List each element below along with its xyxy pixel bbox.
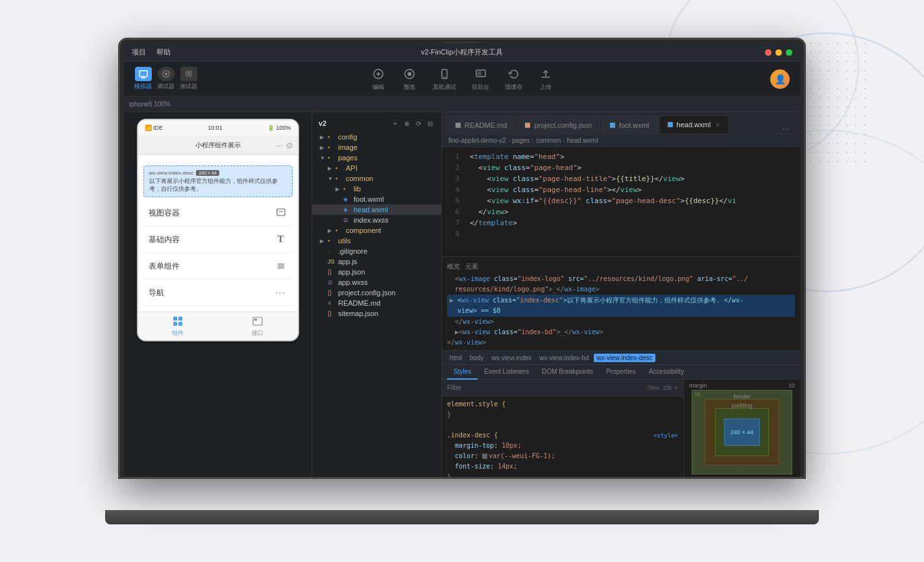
tree-collapse[interactable]: ⊟ [426, 119, 435, 128]
elem-tag-wx-view-index[interactable]: wx-view.index [489, 354, 535, 362]
tree-item-foot-wxml[interactable]: ◈ foot.wxml [312, 194, 441, 204]
elem-tag-body[interactable]: body [467, 354, 487, 362]
filter-add[interactable]: + [674, 384, 678, 391]
tab-foot-wxml[interactable]: foot.wxml [602, 116, 657, 134]
phone-section-views-icon [274, 206, 287, 219]
user-avatar[interactable]: 👤 [770, 69, 790, 89]
phone-nav-api[interactable]: 接口 [250, 315, 265, 337]
tree-item-pages[interactable]: ▼ ▪ pages [312, 153, 441, 163]
devtools-html-view[interactable]: 概览 元素 <wx-image class="index-logo" src="… [442, 257, 800, 351]
box-content-val: 240 × 44 [731, 429, 753, 435]
tree-header: v2 + ⊕ ⟳ ⊟ [312, 115, 441, 132]
foot-wxml-tab-icon [610, 123, 615, 128]
tab-dom-breakpoints[interactable]: DOM Breakpoints [535, 365, 600, 380]
foot-wxml-tab-label: foot.wxml [619, 121, 649, 129]
simulator-icon [135, 67, 152, 81]
toolbar: 模拟器 调试器 测试器 [124, 62, 800, 97]
html-line-3[interactable]: ▶ <wx-view class="index-desc">以下将展示小程序官方… [447, 295, 795, 317]
tab-readme[interactable]: README.md [447, 116, 515, 134]
svg-point-7 [407, 72, 411, 76]
clear-cache-button[interactable]: 清缓存 [505, 66, 522, 92]
style-index-desc-block: .index-desc { <style> margin-top: 10px; … [447, 430, 678, 477]
code-area[interactable]: 1 2 3 4 5 6 7 8 <templ [442, 147, 800, 256]
code-line-8 [470, 228, 795, 239]
readme-tab-label: README.md [465, 121, 507, 129]
device-bar: iphone6 100% [124, 97, 800, 112]
tester-button[interactable]: 测试器 [180, 67, 197, 91]
styles-content[interactable]: element.style { } .index-desc { <style> [442, 397, 683, 477]
editor-devtools-split: 1 2 3 4 5 6 7 8 <templ [442, 147, 800, 477]
upload-label: 上传 [540, 83, 552, 92]
styles-filter-input[interactable] [447, 384, 647, 391]
simulator-button[interactable]: 模拟器 [134, 67, 152, 91]
devtools-element-tags: html body wx-view.index wx-view.index-hd… [442, 351, 800, 365]
elem-tag-html[interactable]: html [447, 354, 465, 362]
background-icon [473, 66, 489, 82]
menu-help[interactable]: 帮助 [156, 47, 171, 57]
code-content[interactable]: <template name="head"> <view class="page… [465, 147, 800, 256]
window-min-button[interactable] [775, 49, 782, 56]
edit-button[interactable]: 编辑 [371, 66, 386, 92]
window-max-button[interactable] [786, 49, 792, 56]
head-wxml-tab-close[interactable]: × [714, 121, 721, 128]
filter-hover[interactable]: :hov [647, 384, 659, 391]
upload-button[interactable]: 上传 [538, 66, 553, 92]
tree-item-app-json[interactable]: {} app.json [312, 267, 441, 277]
tab-head-wxml[interactable]: head.wxml × [659, 116, 729, 134]
tree-item-lib[interactable]: ▶ ▪ lib [312, 184, 441, 194]
tree-item-utils[interactable]: ▶ ▪ utils [312, 236, 441, 246]
device-info: iphone6 100% [129, 101, 171, 108]
box-margin-label: margin [689, 382, 707, 389]
preview-button[interactable]: 预览 [402, 66, 417, 92]
tab-styles[interactable]: Styles [447, 365, 478, 380]
svg-rect-21 [253, 317, 262, 325]
tab-accessibility[interactable]: Accessibility [642, 365, 690, 380]
tree-item-index-wxss[interactable]: ⊙ index.wxss [312, 215, 441, 225]
html-header-overview[interactable]: 概览 [447, 262, 460, 271]
tree-refresh[interactable]: ⟳ [414, 119, 423, 128]
phone-section-basic: 基础内容 T [143, 226, 293, 253]
styles-panel: :hov .cls + element.style { [442, 380, 683, 477]
tabs-more-button[interactable]: ··· [777, 123, 795, 134]
tree-item-app-js[interactable]: JS app.js [312, 256, 441, 267]
tree-item-component[interactable]: ▶ ▪ component [312, 225, 441, 236]
tab-event-listeners[interactable]: Event Listeners [478, 365, 535, 380]
tree-new-file[interactable]: + [391, 119, 400, 128]
tree-item-API[interactable]: ▶ ▪ API [312, 163, 441, 173]
window-close-button[interactable] [765, 49, 772, 56]
elem-tag-wx-view-desc[interactable]: wx-view.index-desc [594, 354, 655, 362]
tab-project-config[interactable]: project.config.json [517, 116, 600, 134]
readme-tab-icon [456, 123, 461, 128]
box-model-diagram: border - padding - [692, 390, 792, 474]
debugger-button[interactable]: 调试器 [157, 67, 175, 91]
tree-item-README-md[interactable]: ≡ README.md [312, 298, 441, 308]
menu-project[interactable]: 项目 [132, 47, 146, 57]
styles-filter-bar: :hov .cls + [442, 380, 683, 397]
svg-rect-22 [254, 319, 257, 321]
phone-section-form: 表单组件 [143, 253, 293, 280]
tree-item-app-wxss[interactable]: ⊙ app.wxss [312, 277, 441, 287]
code-line-3: <view class="page-head-title">{{title}}<… [470, 173, 795, 184]
tree-header-icons: + ⊕ ⟳ ⊟ [391, 119, 435, 128]
tree-new-folder[interactable]: ⊕ [402, 119, 411, 128]
svg-rect-0 [140, 71, 147, 77]
tree-item-head-wxml[interactable]: ◈ head.wxml [312, 204, 441, 215]
app-window: 项目 帮助 v2-FinClip小程序开发工具 [124, 43, 800, 477]
svg-rect-12 [277, 209, 285, 215]
tree-item-project-config-json[interactable]: {} project.config.json [312, 287, 441, 298]
tree-item-image[interactable]: ▶ ▪ image [312, 142, 441, 153]
filter-cls[interactable]: .cls [662, 384, 672, 391]
project-config-tab-label: project.config.json [534, 121, 592, 129]
tree-item-config[interactable]: ▶ ▪ config [312, 132, 441, 142]
device-debug-button[interactable]: 真机调试 [433, 66, 456, 92]
tree-item--gitignore[interactable]: · .gitignore [312, 246, 441, 256]
tree-item-common[interactable]: ▼ ▪ common [312, 173, 441, 184]
elem-tag-wx-view-hd[interactable]: wx-view.index-hd [537, 354, 591, 362]
phone-nav-components[interactable]: 组件 [170, 315, 186, 337]
tree-item-sitemap-json[interactable]: {} sitemap.json [312, 308, 441, 319]
html-header-elements[interactable]: 元素 [465, 262, 478, 271]
phone-status-bar: 📶 IDE 10:01 🔋 100% [138, 120, 298, 136]
devtools-panel: 概览 元素 <wx-image class="index-logo" src="… [442, 256, 800, 477]
tab-properties[interactable]: Properties [600, 365, 642, 380]
background-button[interactable]: 切后台 [472, 66, 489, 92]
